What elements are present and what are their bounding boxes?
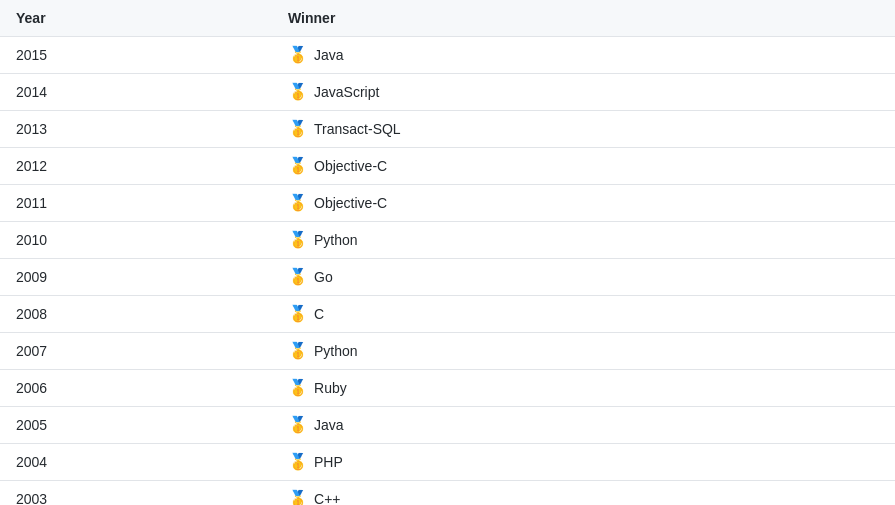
table-header: Year Winner (0, 0, 895, 37)
table-row: 2005🥇Java (0, 407, 895, 444)
winner-name: Java (314, 47, 344, 63)
table-row: 2014🥇JavaScript (0, 74, 895, 111)
trophy-icon: 🥇 (288, 121, 308, 137)
winner-cell: 🥇Transact-SQL (272, 111, 895, 148)
table-row: 2006🥇Ruby (0, 370, 895, 407)
table-row: 2013🥇Transact-SQL (0, 111, 895, 148)
year-cell: 2008 (0, 296, 272, 333)
winner-name: PHP (314, 454, 343, 470)
table-row: 2003🥇C++ (0, 481, 895, 506)
winner-column-header: Winner (272, 0, 895, 37)
winner-name: Objective-C (314, 158, 387, 174)
winner-name: Python (314, 343, 358, 359)
table-row: 2012🥇Objective-C (0, 148, 895, 185)
winner-cell: 🥇Java (272, 407, 895, 444)
table-row: 2008🥇C (0, 296, 895, 333)
winner-name: Ruby (314, 380, 347, 396)
trophy-icon: 🥇 (288, 269, 308, 285)
year-cell: 2005 (0, 407, 272, 444)
winner-name: C++ (314, 491, 340, 505)
table-row: 2015🥇Java (0, 37, 895, 74)
table-row: 2011🥇Objective-C (0, 185, 895, 222)
year-cell: 2003 (0, 481, 272, 506)
winner-cell: 🥇Java (272, 37, 895, 74)
winner-cell: 🥇Objective-C (272, 148, 895, 185)
trophy-icon: 🥇 (288, 84, 308, 100)
winner-cell: 🥇Python (272, 222, 895, 259)
winner-name: Java (314, 417, 344, 433)
winner-name: Python (314, 232, 358, 248)
winner-cell: 🥇JavaScript (272, 74, 895, 111)
main-table-container: Year Winner 2015🥇Java2014🥇JavaScript2013… (0, 0, 895, 505)
table-row: 2004🥇PHP (0, 444, 895, 481)
winner-cell: 🥇Objective-C (272, 185, 895, 222)
trophy-icon: 🥇 (288, 491, 308, 505)
year-column-header: Year (0, 0, 272, 37)
winner-name: C (314, 306, 324, 322)
year-cell: 2006 (0, 370, 272, 407)
trophy-icon: 🥇 (288, 158, 308, 174)
year-cell: 2004 (0, 444, 272, 481)
winners-table: Year Winner 2015🥇Java2014🥇JavaScript2013… (0, 0, 895, 505)
year-cell: 2013 (0, 111, 272, 148)
winner-name: JavaScript (314, 84, 379, 100)
trophy-icon: 🥇 (288, 195, 308, 211)
trophy-icon: 🥇 (288, 454, 308, 470)
year-cell: 2009 (0, 259, 272, 296)
year-cell: 2010 (0, 222, 272, 259)
winner-cell: 🥇C++ (272, 481, 895, 506)
year-cell: 2012 (0, 148, 272, 185)
year-cell: 2007 (0, 333, 272, 370)
table-body: 2015🥇Java2014🥇JavaScript2013🥇Transact-SQ… (0, 37, 895, 506)
table-row: 2007🥇Python (0, 333, 895, 370)
header-row: Year Winner (0, 0, 895, 37)
year-cell: 2014 (0, 74, 272, 111)
trophy-icon: 🥇 (288, 343, 308, 359)
trophy-icon: 🥇 (288, 47, 308, 63)
trophy-icon: 🥇 (288, 417, 308, 433)
table-row: 2009🥇Go (0, 259, 895, 296)
winner-name: Objective-C (314, 195, 387, 211)
winner-name: Transact-SQL (314, 121, 401, 137)
table-row: 2010🥇Python (0, 222, 895, 259)
winner-cell: 🥇PHP (272, 444, 895, 481)
year-cell: 2011 (0, 185, 272, 222)
winner-cell: 🥇Python (272, 333, 895, 370)
winner-cell: 🥇C (272, 296, 895, 333)
winner-cell: 🥇Go (272, 259, 895, 296)
trophy-icon: 🥇 (288, 232, 308, 248)
trophy-icon: 🥇 (288, 306, 308, 322)
winner-name: Go (314, 269, 333, 285)
year-cell: 2015 (0, 37, 272, 74)
winner-cell: 🥇Ruby (272, 370, 895, 407)
trophy-icon: 🥇 (288, 380, 308, 396)
